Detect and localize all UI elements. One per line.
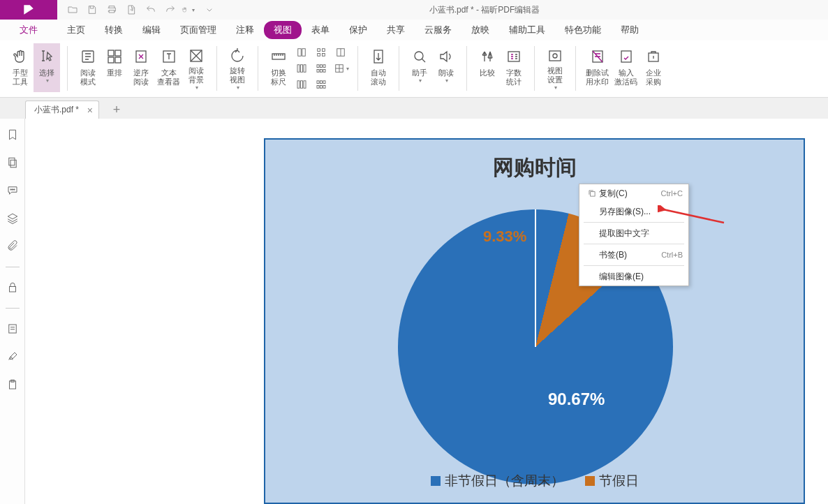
svg-rect-25 xyxy=(320,70,323,73)
context-menu: 复制(C) Ctrl+C 另存图像(S)... 提取图中文字 书签(B) Ctr… xyxy=(579,184,689,286)
viewset-button[interactable]: 视图 设置▾ xyxy=(542,43,568,92)
close-tab-icon[interactable]: × xyxy=(87,105,93,116)
menu-share[interactable]: 共享 xyxy=(377,20,415,40)
attach-panel-icon[interactable] xyxy=(5,239,20,254)
save-icon[interactable] xyxy=(84,1,101,18)
ctx-edit-image[interactable]: 编辑图像(E) xyxy=(579,267,688,286)
wordcount-button[interactable]: 字数 统计 xyxy=(501,43,527,92)
menu-feature[interactable]: 特色功能 xyxy=(555,20,611,40)
menu-form[interactable]: 表单 xyxy=(302,20,339,40)
ruler-button[interactable]: 切换 标尺 xyxy=(265,43,292,92)
sign-panel-icon[interactable] xyxy=(5,349,20,364)
copy-icon xyxy=(585,188,599,198)
ctx-copy[interactable]: 复制(C) Ctrl+C xyxy=(579,184,688,202)
svg-rect-13 xyxy=(304,65,306,73)
select-tool-button[interactable]: 选择▾ xyxy=(34,43,60,92)
svg-rect-19 xyxy=(318,54,320,57)
comment-panel-icon[interactable] xyxy=(5,183,20,198)
grid3-icon[interactable] xyxy=(311,77,331,92)
svg-rect-26 xyxy=(323,70,325,73)
menu-view[interactable]: 视图 xyxy=(264,21,302,39)
read-button[interactable]: 朗读▾ xyxy=(433,43,459,92)
legend-item-0: 非节假日（含周末） xyxy=(445,472,564,490)
menu-convert[interactable]: 转换 xyxy=(95,20,133,40)
grid1-icon[interactable] xyxy=(311,45,331,60)
clipboard-panel-icon[interactable] xyxy=(5,377,20,392)
compare-button[interactable]: 比较 xyxy=(474,43,501,92)
ctx-bookmark[interactable]: 书签(B) Ctrl+B xyxy=(579,246,688,264)
svg-point-39 xyxy=(553,54,557,58)
menu-edit[interactable]: 编辑 xyxy=(133,20,170,40)
split1-icon[interactable] xyxy=(331,45,350,60)
bookmark-panel-icon[interactable] xyxy=(5,127,20,142)
ctx-extract-text[interactable]: 提取图中文字 xyxy=(579,224,688,242)
document-tab[interactable]: 小蓝书.pdf * × xyxy=(25,101,99,119)
menu-home[interactable]: 主页 xyxy=(57,20,95,40)
svg-rect-32 xyxy=(323,86,325,89)
svg-rect-15 xyxy=(301,81,303,89)
trialwm-button[interactable]: 删除试 用水印 xyxy=(583,43,612,92)
svg-rect-1 xyxy=(108,50,114,56)
rearrange-button[interactable]: 重排 xyxy=(101,43,128,92)
svg-rect-49 xyxy=(8,325,16,333)
document-viewport[interactable]: 网购时间 9.33% 90.67% 非节假日（含周末） 节假日 xyxy=(25,119,828,504)
qat-more-icon[interactable] xyxy=(201,1,218,18)
add-tab-button[interactable]: + xyxy=(109,102,124,117)
menu-protect[interactable]: 保护 xyxy=(339,20,377,40)
wedge-label: 9.33% xyxy=(483,228,526,246)
grid2-icon[interactable] xyxy=(311,61,331,76)
layout1-icon[interactable] xyxy=(292,45,311,60)
svg-rect-9 xyxy=(298,49,302,57)
reverse-button[interactable]: 逆序 阅读 xyxy=(128,43,154,92)
svg-rect-17 xyxy=(318,49,320,52)
svg-rect-38 xyxy=(549,51,561,61)
titlebar: ▾ 小蓝书.pdf * - 福昕PDF编辑器 xyxy=(0,0,828,20)
layout2-icon[interactable] xyxy=(292,61,311,76)
autoscroll-button[interactable]: 自动 滚动 xyxy=(365,43,392,92)
svg-rect-20 xyxy=(323,54,325,57)
actcode-button[interactable]: 输入 激活码 xyxy=(612,43,640,92)
svg-rect-18 xyxy=(323,49,325,52)
menu-present[interactable]: 放映 xyxy=(461,20,499,40)
split2-icon[interactable]: ▾ xyxy=(331,61,350,76)
menu-access[interactable]: 辅助工具 xyxy=(499,20,555,40)
enterprise-button[interactable]: 企业 采购 xyxy=(640,43,667,92)
svg-rect-30 xyxy=(317,86,319,89)
menu-help[interactable]: 帮助 xyxy=(611,20,649,40)
textviewer-button[interactable]: 文本 查看器 xyxy=(154,43,183,92)
file-menu[interactable]: 文件 xyxy=(0,20,57,40)
svg-rect-29 xyxy=(323,81,325,84)
window-title: 小蓝书.pdf * - 福昕PDF编辑器 xyxy=(225,4,744,16)
svg-rect-14 xyxy=(297,81,300,89)
readbg-button[interactable]: 阅读 背景▾ xyxy=(183,43,209,92)
layers-panel-icon[interactable] xyxy=(5,211,20,226)
main-area: 网购时间 9.33% 90.67% 非节假日（含周末） 节假日 xyxy=(0,119,828,504)
menu-pageorg[interactable]: 页面管理 xyxy=(170,20,226,40)
pages-panel-icon[interactable] xyxy=(5,155,20,170)
print-icon[interactable] xyxy=(103,1,120,18)
menu-comment[interactable]: 注释 xyxy=(226,20,264,40)
hand-qat-icon[interactable]: ▾ xyxy=(182,1,198,18)
layout3-icon[interactable] xyxy=(292,77,311,92)
security-panel-icon[interactable] xyxy=(5,280,20,295)
main-label: 90.67% xyxy=(548,390,605,409)
svg-rect-37 xyxy=(508,52,519,61)
svg-rect-53 xyxy=(591,192,595,196)
hand-tool-button[interactable]: 手型 工具 xyxy=(7,43,34,92)
ctx-save-image[interactable]: 另存图像(S)... xyxy=(579,202,688,221)
svg-rect-4 xyxy=(115,57,121,63)
svg-point-45 xyxy=(10,189,12,191)
svg-rect-16 xyxy=(304,81,306,89)
rotate-button[interactable]: 旋转 视图▾ xyxy=(224,43,251,92)
readmode-button[interactable]: 阅读 模式 xyxy=(75,43,101,92)
menu-cloud[interactable]: 云服务 xyxy=(415,20,461,40)
fields-panel-icon[interactable] xyxy=(5,321,20,336)
svg-rect-41 xyxy=(621,51,631,62)
undo-icon[interactable] xyxy=(142,1,159,18)
menubar: 文件 主页 转换 编辑 页面管理 注释 视图 表单 保护 共享 云服务 放映 辅… xyxy=(0,20,828,40)
svg-rect-3 xyxy=(108,57,114,63)
open-icon[interactable] xyxy=(64,1,81,18)
export-icon[interactable] xyxy=(123,1,140,18)
redo-icon[interactable] xyxy=(162,1,179,18)
assistant-button[interactable]: 助手▾ xyxy=(406,43,433,92)
